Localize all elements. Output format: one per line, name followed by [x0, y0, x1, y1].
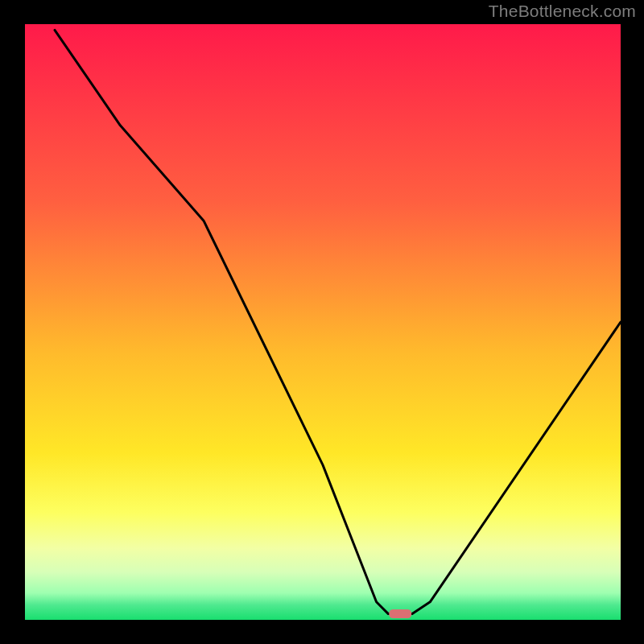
- bottleneck-chart: [0, 0, 644, 644]
- plot-background: [25, 24, 621, 620]
- watermark-text: TheBottleneck.com: [489, 2, 636, 21]
- optimal-marker: [389, 609, 411, 618]
- chart-frame: TheBottleneck.com: [0, 0, 644, 644]
